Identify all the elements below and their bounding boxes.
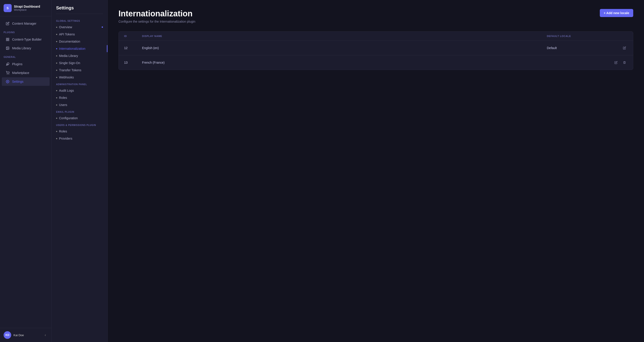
settings-item-media-library[interactable]: Media Library [52, 52, 108, 59]
settings-item-users[interactable]: Users [52, 101, 108, 109]
table-row: 12 English (en) Default [119, 41, 633, 55]
settings-item-configuration[interactable]: Configuration [52, 115, 108, 122]
settings-item-api-tokens[interactable]: API Tokens [52, 31, 108, 38]
dot-icon [56, 27, 57, 28]
svg-rect-0 [6, 38, 8, 39]
add-locale-button[interactable]: + Add new locale [600, 9, 633, 17]
settings-item-label: Roles [59, 96, 67, 100]
sidebar-item-label: Settings [12, 80, 24, 83]
settings-item-label: Webhooks [59, 76, 74, 79]
sidebar-item-settings[interactable]: Settings [2, 77, 50, 86]
dot-icon [56, 34, 57, 35]
dot-icon [56, 70, 57, 71]
app-logo: S [4, 4, 12, 12]
page-title: Internationalization [118, 9, 195, 18]
user-name: Kai Doe [14, 334, 24, 337]
edit-locale-button[interactable] [613, 59, 619, 66]
col-header-default-locale: DEFAULT LOCALE [547, 35, 610, 37]
dot-icon [56, 55, 57, 56]
settings-item-roles[interactable]: Roles [52, 94, 108, 101]
sidebar-item-label: Content-Type Builder [12, 38, 42, 41]
cell-default-locale: Default [547, 46, 610, 50]
settings-section-email: EMAIL PLUGIN [52, 109, 108, 115]
puzzle-icon [6, 62, 10, 66]
settings-item-label: Internationalization [59, 47, 86, 50]
dot-icon [56, 77, 57, 78]
sidebar-item-marketplace[interactable]: Marketplace [2, 69, 50, 77]
cell-id: 13 [124, 61, 142, 64]
col-header-display-name: DISPLAY NAME [142, 35, 547, 37]
edit-icon [6, 21, 10, 26]
dot-icon [56, 41, 57, 42]
svg-rect-1 [8, 38, 9, 39]
app-info: Strapi Dashboard Workplace [14, 5, 40, 11]
dot-icon [56, 62, 57, 64]
sidebar-nav: Content Manager PLUGINS Content-Type Bui… [0, 16, 52, 328]
dot-icon [56, 48, 57, 49]
svg-rect-2 [8, 40, 9, 41]
settings-panel-title: Settings [52, 5, 108, 13]
edit-locale-button[interactable] [621, 45, 628, 51]
cell-display-name: English (en) [142, 46, 547, 50]
svg-point-5 [7, 47, 8, 48]
cell-id: 12 [124, 46, 142, 50]
settings-item-roles-up[interactable]: Roles [52, 128, 108, 135]
dot-icon [56, 104, 57, 106]
sidebar-item-label: Media Library [12, 46, 31, 50]
main-content: Internationalization Configure the setti… [108, 0, 644, 342]
dot-icon [56, 97, 57, 98]
settings-panel: Settings GLOBAL SETTINGS Overview API To… [52, 0, 108, 342]
table-header: ID DISPLAY NAME DEFAULT LOCALE [119, 32, 633, 41]
page-heading: Internationalization Configure the setti… [118, 9, 195, 23]
svg-point-9 [9, 74, 9, 74]
delete-locale-button[interactable] [621, 59, 628, 66]
dot-icon [56, 90, 57, 91]
active-bar [107, 45, 108, 52]
app-title: Strapi Dashboard [14, 5, 40, 8]
col-header-id: ID [124, 35, 142, 37]
settings-item-label: Audit Logs [59, 89, 74, 92]
settings-section-admin: ADMINISTRATION PANEL [52, 81, 108, 87]
table-row: 13 French (France) [119, 55, 633, 70]
cell-display-name: French (France) [142, 61, 547, 64]
collapse-button[interactable]: ‹ [43, 333, 48, 338]
settings-item-label: Documentation [59, 40, 80, 43]
settings-item-providers[interactable]: Providers [52, 135, 108, 142]
page-subtitle: Configure the settings for the Internati… [118, 20, 195, 23]
sidebar-section-plugins: PLUGINS [0, 28, 52, 35]
sidebar-item-content-type-builder[interactable]: Content-Type Builder [2, 35, 50, 44]
sidebar: S Strapi Dashboard Workplace Content Man… [0, 0, 52, 342]
settings-section-global: GLOBAL SETTINGS [52, 17, 108, 23]
col-header-actions [610, 35, 628, 37]
locale-table: ID DISPLAY NAME DEFAULT LOCALE 12 Englis… [118, 31, 633, 70]
settings-divider [56, 14, 103, 14]
sidebar-item-label: Content Manager [12, 22, 36, 25]
settings-item-audit-logs[interactable]: Audit Logs [52, 87, 108, 94]
settings-item-documentation[interactable]: Documentation [52, 38, 108, 45]
main-header: Internationalization Configure the setti… [118, 9, 633, 23]
svg-point-8 [7, 74, 7, 74]
settings-section-users-permissions: USERS & PERMISSIONS PLUGIN [52, 122, 108, 128]
settings-item-label: Configuration [59, 116, 78, 120]
sidebar-item-plugins[interactable]: Plugins [2, 60, 50, 68]
dot-icon [56, 138, 57, 139]
settings-item-label: Roles [59, 130, 67, 133]
settings-item-overview[interactable]: Overview [52, 23, 108, 31]
svg-point-10 [7, 81, 8, 82]
app-subtitle: Workplace [14, 8, 40, 11]
settings-item-single-sign-on[interactable]: Single Sign-On [52, 59, 108, 67]
gear-icon [6, 79, 10, 84]
avatar: KD [4, 331, 11, 339]
settings-item-webhooks[interactable]: Webhooks [52, 74, 108, 81]
settings-item-label: Users [59, 103, 67, 107]
settings-item-transfer-tokens[interactable]: Transfer Tokens [52, 67, 108, 74]
sidebar-section-general: GENERAL [0, 53, 52, 60]
sidebar-item-media-library[interactable]: Media Library [2, 44, 50, 52]
row-actions [610, 59, 628, 66]
sidebar-item-content-manager[interactable]: Content Manager [2, 19, 50, 28]
settings-item-label: Media Library [59, 54, 78, 58]
sidebar-header: S Strapi Dashboard Workplace [0, 0, 52, 16]
settings-item-internationalization[interactable]: Internationalization [52, 45, 108, 52]
dot-icon [56, 118, 57, 119]
settings-item-label: Single Sign-On [59, 61, 80, 65]
